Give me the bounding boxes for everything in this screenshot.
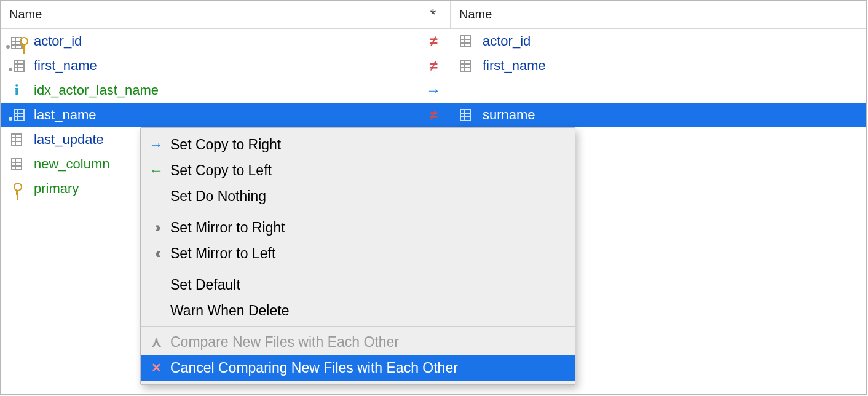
arrow-right-icon: → bbox=[147, 135, 165, 154]
index-icon: i bbox=[4, 81, 29, 100]
menu-set-mirror-right[interactable]: ›› Set Mirror to Right bbox=[141, 215, 575, 240]
menu-separator bbox=[141, 212, 575, 212]
menu-item-label: Cancel Comparing New Files with Each Oth… bbox=[170, 360, 458, 376]
double-chevron-right-icon: ›› bbox=[147, 218, 165, 237]
left-item-label: last_update bbox=[34, 132, 104, 148]
right-column-header[interactable]: Name bbox=[451, 1, 866, 28]
column-icon bbox=[453, 32, 478, 50]
blank-icon bbox=[147, 275, 165, 294]
menu-cancel-compare-new-files[interactable]: ✕ Cancel Comparing New Files with Each O… bbox=[141, 355, 575, 381]
column-icon bbox=[4, 130, 29, 149]
left-item-label: actor_id bbox=[34, 33, 82, 49]
blank-icon bbox=[147, 187, 165, 205]
status-not-equal-icon: ≠ bbox=[429, 33, 437, 50]
right-item-label: surname bbox=[483, 107, 535, 123]
menu-set-copy-left[interactable]: ← Set Copy to Left bbox=[141, 157, 575, 183]
double-chevron-left-icon: ‹‹ bbox=[147, 244, 165, 263]
menu-compare-new-files: ⋏ Compare New Files with Each Other bbox=[141, 329, 575, 355]
diff-row[interactable]: first_name ≠ first_name bbox=[1, 53, 866, 78]
left-item-label: primary bbox=[34, 181, 79, 197]
diff-panel: Name * Name actor_id ≠ actor_id bbox=[0, 0, 867, 395]
status-not-equal-icon: ≠ bbox=[429, 106, 437, 124]
menu-item-label: Set Mirror to Left bbox=[170, 245, 275, 262]
right-item-label: first_name bbox=[483, 58, 546, 74]
column-key-icon bbox=[4, 57, 29, 75]
right-item-label: actor_id bbox=[483, 33, 531, 49]
close-icon: ✕ bbox=[147, 358, 165, 377]
arrow-left-icon: ← bbox=[147, 161, 165, 180]
column-key-icon bbox=[4, 32, 29, 50]
column-key-icon bbox=[4, 106, 29, 124]
key-icon bbox=[4, 180, 29, 198]
diff-row-selected[interactable]: last_name ≠ surname bbox=[1, 103, 866, 127]
status-not-equal-icon: ≠ bbox=[429, 57, 437, 74]
menu-item-label: Set Default bbox=[170, 277, 240, 293]
menu-separator bbox=[141, 269, 575, 269]
menu-set-copy-right[interactable]: → Set Copy to Right bbox=[141, 132, 575, 157]
menu-set-mirror-left[interactable]: ‹‹ Set Mirror to Left bbox=[141, 240, 575, 266]
menu-item-label: Set Do Nothing bbox=[170, 188, 266, 205]
column-icon bbox=[4, 155, 29, 173]
menu-item-label: Set Copy to Right bbox=[170, 137, 281, 153]
menu-set-do-nothing[interactable]: Set Do Nothing bbox=[141, 183, 575, 209]
left-column-header[interactable]: Name bbox=[1, 1, 416, 28]
column-headers: Name * Name bbox=[1, 1, 866, 29]
merge-up-icon: ⋏ bbox=[147, 333, 165, 351]
status-right-arrow-icon: → bbox=[426, 82, 441, 99]
left-item-label: last_name bbox=[34, 107, 97, 123]
menu-item-label: Compare New Files with Each Other bbox=[170, 334, 399, 350]
left-item-label: first_name bbox=[34, 58, 97, 74]
menu-item-label: Set Copy to Left bbox=[170, 162, 272, 179]
menu-set-default[interactable]: Set Default bbox=[141, 272, 575, 298]
menu-item-label: Warn When Delete bbox=[170, 303, 289, 319]
blank-icon bbox=[147, 301, 165, 320]
diff-row[interactable]: i idx_actor_last_name → bbox=[1, 78, 866, 103]
context-menu: → Set Copy to Right ← Set Copy to Left S… bbox=[140, 127, 575, 385]
menu-warn-when-delete[interactable]: Warn When Delete bbox=[141, 298, 575, 323]
status-column-header[interactable]: * bbox=[416, 1, 451, 28]
left-item-label: idx_actor_last_name bbox=[34, 82, 159, 98]
column-icon bbox=[453, 57, 478, 75]
diff-row[interactable]: actor_id ≠ actor_id bbox=[1, 29, 866, 53]
left-item-label: new_column bbox=[34, 156, 110, 172]
menu-item-label: Set Mirror to Right bbox=[170, 220, 285, 236]
menu-separator bbox=[141, 326, 575, 327]
column-icon bbox=[453, 106, 478, 124]
